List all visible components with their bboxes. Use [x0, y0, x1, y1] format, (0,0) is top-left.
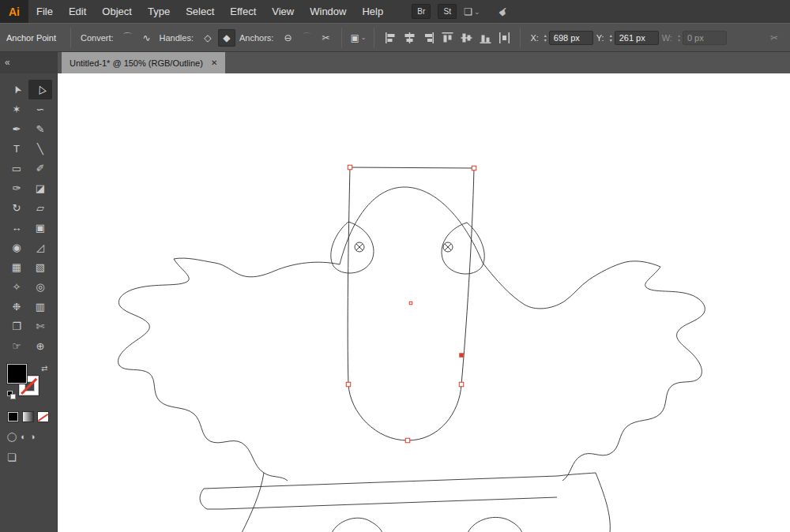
- zoom-tool[interactable]: ⊕: [28, 336, 52, 356]
- eraser-tool-icon: ◪: [36, 182, 45, 194]
- artboard-tool[interactable]: ❐: [5, 317, 28, 336]
- blend-tool[interactable]: ◎: [28, 277, 52, 297]
- menu-item-window[interactable]: Window: [302, 0, 354, 23]
- convert-to-smooth-button[interactable]: ∿: [138, 29, 156, 47]
- panel-collapse-button[interactable]: «: [0, 52, 58, 73]
- menu-item-object[interactable]: Object: [94, 0, 140, 23]
- shaper-tool[interactable]: ✑: [5, 178, 28, 198]
- left-arm[interactable]: [118, 258, 340, 481]
- magic-wand-tool-icon: ✶: [13, 103, 21, 115]
- anchor-point-hollow[interactable]: [472, 166, 476, 170]
- free-transform-tool[interactable]: ▣: [28, 218, 52, 238]
- left-toe[interactable]: [332, 518, 382, 532]
- align-horizontal-center-button[interactable]: [401, 29, 418, 47]
- eraser-tool[interactable]: ◪: [28, 178, 52, 198]
- x-stepper[interactable]: ▴ ▾: [544, 33, 547, 43]
- symbol-sprayer-tool[interactable]: ❉: [5, 297, 28, 317]
- menu-item-effect[interactable]: Effect: [222, 0, 264, 23]
- scale-tool[interactable]: ▱: [28, 198, 52, 218]
- bridge-button[interactable]: Br: [412, 4, 431, 19]
- right-leg[interactable]: [596, 473, 610, 532]
- menu-item-view[interactable]: View: [264, 0, 302, 23]
- width-tool[interactable]: ↔: [5, 218, 28, 238]
- canvas[interactable]: [58, 73, 790, 532]
- slice-tool[interactable]: ✄: [28, 317, 52, 336]
- touch-workspace-icon[interactable]: ☛: [495, 3, 511, 19]
- align-vertical-center-button[interactable]: [457, 29, 475, 47]
- magic-wand-tool[interactable]: ✶: [5, 99, 28, 119]
- distribute-button[interactable]: [495, 29, 513, 47]
- app-logo[interactable]: Ai: [0, 0, 28, 23]
- draw-behind-icon[interactable]: ◐: [21, 432, 26, 442]
- tab-close-icon[interactable]: ✕: [211, 58, 217, 67]
- anchor-point-center[interactable]: [409, 302, 412, 305]
- column-graph-tool[interactable]: ▥: [28, 297, 52, 317]
- y-stepper[interactable]: ▴ ▾: [610, 33, 612, 43]
- remove-anchors-button[interactable]: ⊖: [279, 29, 296, 47]
- x-input[interactable]: 698 px: [549, 31, 593, 45]
- show-handles-button[interactable]: ◆: [218, 29, 235, 47]
- menu-item-type[interactable]: Type: [140, 0, 178, 23]
- align-vertical-top-button[interactable]: [438, 29, 456, 47]
- band-bottom[interactable]: [222, 497, 557, 509]
- right-arm[interactable]: [483, 261, 705, 481]
- direct-selection-tool[interactable]: ▷: [28, 80, 52, 99]
- stock-button[interactable]: St: [438, 4, 457, 19]
- change-screen-mode-button[interactable]: ❏: [7, 451, 17, 463]
- band-left-cap[interactable]: [200, 489, 222, 509]
- align-vertical-bottom-button[interactable]: [476, 29, 494, 47]
- convert-to-corner-button[interactable]: ⌒: [119, 29, 137, 47]
- rectangle-tool[interactable]: ▭: [5, 159, 28, 178]
- anchor-point-solid[interactable]: [459, 353, 464, 358]
- mesh-tool[interactable]: ▦: [5, 257, 28, 277]
- eyedropper-tool[interactable]: ✧: [5, 277, 28, 297]
- perspective-grid-tool[interactable]: ◿: [28, 238, 52, 257]
- hide-handles-button[interactable]: ◇: [199, 29, 216, 47]
- align-horizontal-right-button[interactable]: [419, 29, 437, 47]
- menu-item-edit[interactable]: Edit: [61, 0, 94, 23]
- anchor-point-hollow[interactable]: [459, 382, 464, 387]
- left-leg[interactable]: [242, 473, 264, 532]
- gradient-button[interactable]: [22, 411, 34, 422]
- fill-swatch[interactable]: [7, 364, 27, 384]
- workspace-switcher[interactable]: ❏ ⌄: [464, 6, 480, 17]
- anchor-point-hollow[interactable]: [346, 382, 351, 387]
- shape-builder-tool[interactable]: ◉: [5, 238, 28, 257]
- type-tool[interactable]: T: [5, 139, 28, 159]
- lasso-tool[interactable]: ∽: [28, 99, 52, 119]
- align-horizontal-left-button[interactable]: [382, 29, 399, 47]
- menu-item-file[interactable]: File: [28, 0, 61, 23]
- w-input[interactable]: 0 px: [683, 31, 727, 45]
- rotate-tool[interactable]: ↻: [5, 198, 28, 218]
- gradient-tool-icon: ▧: [36, 261, 45, 273]
- pen-tool[interactable]: ✒: [5, 119, 28, 139]
- color-button[interactable]: [7, 411, 19, 422]
- menu-item-help[interactable]: Help: [354, 0, 391, 23]
- swap-fill-stroke-icon[interactable]: ⇄: [41, 364, 47, 373]
- none-button[interactable]: [37, 411, 49, 422]
- cut-path-button[interactable]: ✂: [317, 29, 334, 47]
- document-tab[interactable]: Untitled-1* @ 150% (RGB/Outline) ✕: [62, 52, 225, 73]
- overflow-cut-icon[interactable]: ✂: [766, 29, 783, 47]
- y-input[interactable]: 261 px: [615, 31, 659, 45]
- hand-tool[interactable]: ☞: [5, 336, 28, 356]
- head-dome[interactable]: [340, 187, 483, 264]
- w-stepper[interactable]: ▴ ▾: [678, 33, 680, 43]
- default-fill-stroke-icon[interactable]: [7, 391, 17, 400]
- right-toe[interactable]: [468, 517, 522, 532]
- curvature-tool[interactable]: ✎: [28, 119, 52, 139]
- anchor-point-hollow[interactable]: [348, 165, 352, 170]
- paintbrush-tool[interactable]: ✐: [28, 159, 52, 178]
- connect-endpoints-button[interactable]: ⌒: [298, 29, 315, 47]
- rectangle-tool-icon: ▭: [12, 163, 21, 174]
- tools-grid: ➤▷✶∽✒✎T╲▭✐✑◪↻▱↔▣◉◿▦▧✧◎❉▥❐✄☞⊕: [0, 80, 57, 356]
- selection-tool[interactable]: ➤: [5, 80, 28, 99]
- draw-inside-icon[interactable]: ◑: [30, 432, 36, 442]
- right-eye[interactable]: [442, 223, 484, 274]
- anchor-point-hollow[interactable]: [405, 438, 410, 443]
- draw-normal-icon[interactable]: ◯: [7, 432, 17, 442]
- transform-menu-button[interactable]: ▣ ⌄: [349, 29, 367, 47]
- menu-item-select[interactable]: Select: [178, 0, 222, 23]
- gradient-tool[interactable]: ▧: [28, 257, 52, 277]
- line-segment-tool[interactable]: ╲: [28, 139, 52, 159]
